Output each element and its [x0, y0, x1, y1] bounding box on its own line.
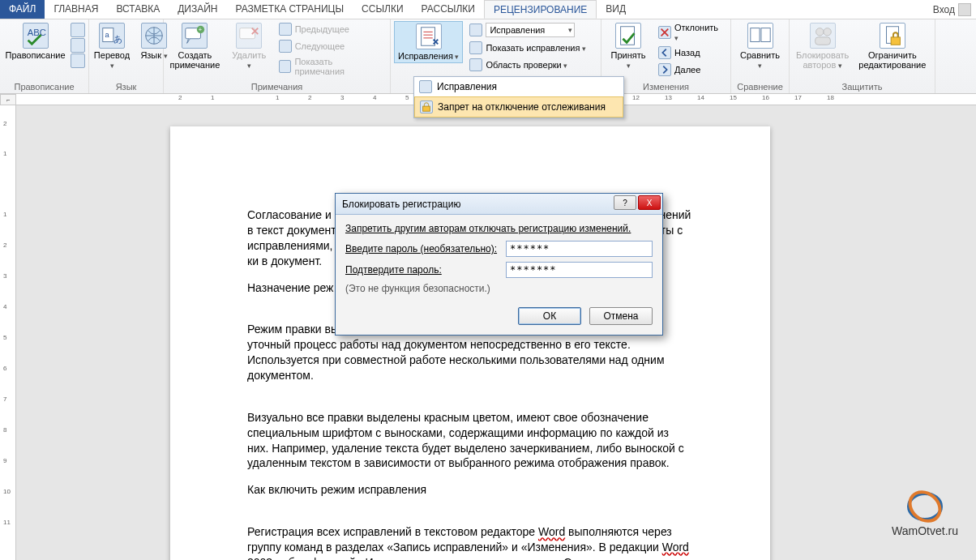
display-for-review[interactable]: Исправления: [466, 21, 589, 39]
lock-tracking-icon: [420, 100, 433, 113]
svg-text:ABC: ABC: [27, 28, 45, 37]
next-comment-icon: [279, 40, 292, 53]
show-comments-button[interactable]: Показать примечания: [276, 55, 387, 78]
thesaurus-icon[interactable]: [71, 38, 85, 53]
group-protect-label: Защитить: [793, 80, 931, 93]
block-authors-label: Блокировать авторов: [796, 50, 849, 70]
reject-button[interactable]: Отклонить: [655, 21, 727, 44]
tab-insert[interactable]: ВСТАВКА: [107, 0, 169, 19]
accept-button[interactable]: Принять: [605, 21, 652, 71]
translate-button[interactable]: aあ Перевод: [92, 21, 131, 71]
avatar-icon: [958, 3, 971, 16]
tab-home[interactable]: ГЛАВНАЯ: [45, 0, 107, 19]
new-comment-icon: +: [182, 23, 208, 49]
svg-text:a: a: [105, 31, 110, 39]
tab-review[interactable]: РЕЦЕНЗИРОВАНИЕ: [484, 0, 597, 19]
block-authors-button[interactable]: Блокировать авторов: [793, 21, 852, 71]
tab-design[interactable]: ДИЗАЙН: [169, 0, 226, 19]
ok-button[interactable]: ОК: [518, 307, 581, 325]
svg-point-13: [815, 28, 823, 36]
new-comment-label: Создать примечание: [170, 50, 220, 70]
login-label: Вход: [933, 4, 955, 15]
password-label: Введите пароль (необязательно):: [345, 243, 499, 254]
reject-icon: [658, 26, 671, 39]
tab-mailings[interactable]: РАССЫЛКИ: [413, 0, 484, 19]
track-icon: [419, 80, 432, 93]
password-input[interactable]: [506, 241, 653, 257]
track-changes-dropdown: Исправления Запрет на отключение отслежи…: [413, 76, 624, 118]
next-comment-button[interactable]: Следующее: [276, 38, 387, 54]
menubar: ФАЙЛ ГЛАВНАЯ ВСТАВКА ДИЗАЙН РАЗМЕТКА СТР…: [0, 0, 976, 19]
tab-view[interactable]: ВИД: [597, 0, 635, 19]
confirm-password-label: Подтвердите пароль:: [345, 264, 499, 276]
spelling-icon: ABC: [23, 23, 49, 49]
login-link[interactable]: Вход: [933, 3, 971, 16]
prev-comment-button[interactable]: Предыдущее: [276, 21, 387, 37]
accept-label: Принять: [608, 50, 649, 70]
confirm-password-input[interactable]: [506, 262, 653, 278]
spelling-button[interactable]: ABC Правописание: [3, 21, 67, 62]
restrict-editing-button[interactable]: Ограничить редактирование: [855, 21, 929, 71]
dialog-title: Блокировать регистрацию: [342, 199, 460, 210]
group-proofing-label: Правописание: [3, 80, 85, 93]
lock-tracking-dialog: Блокировать регистрацию ? X Запретить др…: [335, 193, 663, 336]
cancel-button[interactable]: Отмена: [589, 307, 653, 325]
document-page[interactable]: Согласование и дополнений в текст докуме…: [170, 126, 770, 560]
show-markup-button[interactable]: Показать исправления: [466, 40, 589, 56]
dialog-titlebar[interactable]: Блокировать регистрацию ? X: [336, 194, 662, 215]
ruler-corner[interactable]: ⌐: [0, 94, 16, 105]
dropdown-item-track[interactable]: Исправления: [414, 77, 623, 96]
delete-comment-button[interactable]: Удалить: [226, 21, 272, 71]
reviewing-pane-button[interactable]: Область проверки: [466, 57, 589, 73]
translate-label: Перевод: [94, 50, 130, 70]
show-comments-icon: [279, 60, 292, 73]
svg-text:あ: あ: [113, 34, 122, 44]
forward-icon: [658, 63, 671, 76]
delete-comment-label: Удалить: [229, 50, 269, 70]
group-language-label: Язык: [92, 80, 160, 93]
svg-point-14: [824, 28, 831, 36]
dialog-close-button[interactable]: X: [638, 195, 661, 210]
watermark-logo: WamOtvet.ru: [892, 489, 958, 537]
prev-comment-icon: [279, 23, 292, 36]
doc-paragraph: Визуально все правки выделены красным цв…: [247, 410, 693, 472]
doc-paragraph: Как включить режим исправления: [247, 482, 693, 498]
tab-layout[interactable]: РАЗМЕТКА СТРАНИЦЫ: [227, 0, 353, 19]
translate-icon: aあ: [99, 23, 125, 49]
research-icon[interactable]: [71, 23, 85, 37]
group-comments-label: Примечания: [167, 80, 387, 93]
compare-label: Сравнить: [738, 50, 782, 70]
tab-file[interactable]: ФАЙЛ: [0, 0, 45, 19]
vertical-ruler[interactable]: 2 1 1 2 3 4 5 6 7 8 9 10 11: [0, 105, 16, 560]
svg-rect-17: [891, 37, 900, 45]
forward-button[interactable]: Далее: [655, 62, 727, 78]
display-icon: [469, 24, 482, 36]
svg-point-20: [904, 489, 945, 524]
dialog-note: (Это не функция безопасности.): [345, 283, 653, 294]
svg-rect-18: [423, 106, 430, 111]
restrict-editing-icon: [880, 23, 905, 49]
display-combo[interactable]: Исправления: [486, 23, 575, 37]
back-icon: [658, 46, 671, 59]
block-authors-icon: [810, 23, 836, 49]
svg-rect-15: [815, 37, 830, 45]
svg-rect-9: [421, 28, 434, 46]
reviewing-pane-icon: [469, 58, 482, 71]
back-button[interactable]: Назад: [655, 45, 727, 61]
wordcount-icon[interactable]: [71, 53, 85, 68]
doc-paragraph: Регистрация всех исправлений в текстовом…: [247, 524, 693, 560]
show-markup-icon: [469, 41, 482, 54]
accept-icon: [615, 23, 641, 49]
group-compare-label: Сравнение: [734, 80, 786, 93]
compare-icon: [747, 23, 773, 49]
track-changes-button[interactable]: Исправления: [394, 21, 463, 63]
compare-button[interactable]: Сравнить: [734, 21, 786, 71]
dialog-help-button[interactable]: ?: [614, 195, 636, 210]
new-comment-button[interactable]: + Создать примечание: [167, 21, 223, 71]
dropdown-item-lock-tracking[interactable]: Запрет на отключение отслеживания: [414, 96, 623, 118]
track-changes-icon: [416, 24, 442, 49]
restrict-editing-label: Ограничить редактирование: [858, 50, 926, 70]
svg-rect-11: [750, 28, 759, 42]
tab-references[interactable]: ССЫЛКИ: [353, 0, 412, 19]
svg-text:+: +: [199, 26, 203, 33]
